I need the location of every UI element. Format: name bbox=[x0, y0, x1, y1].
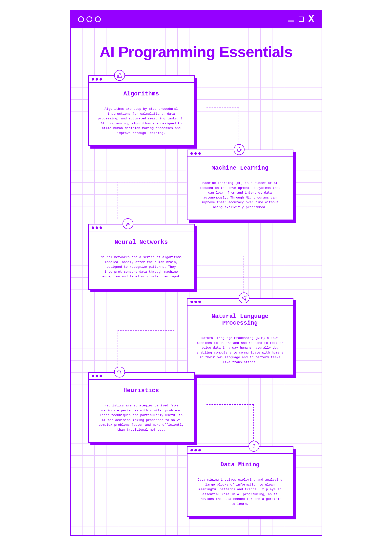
card-text: Natural Language Processing (NLP) allows… bbox=[196, 336, 284, 365]
svg-point-2 bbox=[128, 223, 129, 224]
coffee-icon bbox=[234, 144, 245, 155]
card-data-mining: Data Mining Data mining involves explori… bbox=[187, 446, 293, 517]
connector-line bbox=[244, 256, 244, 293]
svg-point-0 bbox=[127, 223, 127, 224]
titlebar-dots bbox=[78, 16, 101, 22]
titlebar-dot-icon bbox=[78, 16, 84, 22]
connector-line bbox=[118, 182, 174, 182]
svg-point-4 bbox=[254, 447, 254, 448]
card-title: Heuristics bbox=[97, 387, 186, 394]
card-title: Neural Networks bbox=[97, 239, 186, 245]
card-title: Algorithms bbox=[97, 90, 186, 97]
card-nlp: Natural Language Processing Natural Lang… bbox=[187, 298, 293, 375]
card-neural-networks: Neural Networks Neural networks are a se… bbox=[88, 224, 195, 290]
cards-canvas: Algorithms Algorithms are step-by-step p… bbox=[81, 75, 312, 515]
card-machine-learning: Machine Learning Machine Learning (ML) i… bbox=[187, 150, 293, 220]
card-header bbox=[187, 447, 293, 454]
window-controls: X bbox=[288, 15, 314, 24]
card-text: Data mining involves exploring and analy… bbox=[196, 477, 284, 506]
card-header bbox=[89, 373, 194, 380]
connector-line bbox=[206, 404, 253, 405]
titlebar-dot-icon bbox=[95, 16, 101, 22]
connector-line bbox=[253, 404, 254, 441]
card-title: Natural Language Processing bbox=[196, 313, 284, 326]
card-text: Neural networks are a series of algorith… bbox=[97, 255, 186, 279]
card-text: Machine Learning (ML) is a subset of AI … bbox=[196, 181, 284, 210]
titlebar-dot-icon bbox=[86, 16, 92, 22]
window-frame: X AI Programming Essentials bbox=[70, 10, 322, 536]
page-title: AI Programming Essentials bbox=[81, 43, 312, 61]
connector-line bbox=[118, 330, 174, 331]
titlebar: X bbox=[71, 10, 322, 28]
magnifier-icon bbox=[114, 367, 125, 377]
card-heuristics: Heuristics Heuristics are strategies der… bbox=[88, 372, 195, 443]
card-title: Data Mining bbox=[196, 461, 284, 468]
close-icon[interactable]: X bbox=[309, 15, 314, 24]
svg-point-1 bbox=[128, 223, 128, 224]
maximize-icon[interactable] bbox=[299, 17, 304, 22]
connector-line bbox=[118, 330, 118, 367]
connector-line bbox=[239, 108, 239, 145]
card-header bbox=[89, 224, 194, 231]
svg-point-3 bbox=[118, 370, 121, 373]
content-area: AI Programming Essentials Algo bbox=[71, 28, 322, 535]
question-icon bbox=[248, 441, 259, 452]
connector-line bbox=[118, 182, 118, 219]
card-header bbox=[89, 76, 194, 83]
card-text: Algorithms are step-by-step procedural i… bbox=[97, 107, 186, 135]
paper-plane-icon bbox=[239, 292, 249, 303]
connector-line bbox=[206, 256, 244, 256]
card-text: Heuristics are strategies derived from p… bbox=[97, 403, 186, 432]
card-title: Machine Learning bbox=[196, 165, 284, 171]
minimize-icon[interactable] bbox=[288, 21, 294, 22]
chat-icon bbox=[123, 218, 133, 229]
thumbs-up-icon bbox=[114, 70, 125, 81]
card-algorithms: Algorithms Algorithms are step-by-step p… bbox=[88, 75, 195, 146]
connector-line bbox=[206, 108, 239, 108]
